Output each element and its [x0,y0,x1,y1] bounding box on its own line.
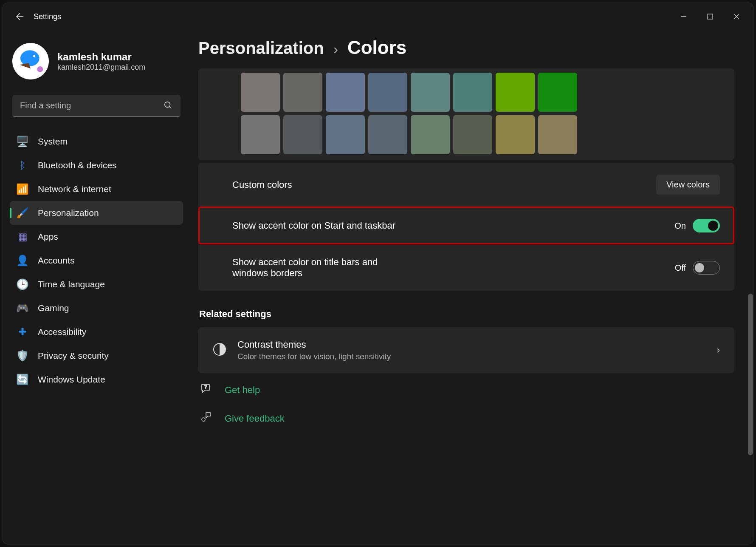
color-swatch[interactable] [453,115,492,154]
give-feedback-label: Give feedback [225,413,285,424]
settings-window: Settings kamlesh kumar kamlesh2011@gmail… [3,3,753,544]
svg-rect-1 [708,14,713,19]
sidebar-item-label: Privacy & security [38,351,109,361]
sidebar-item-label: Network & internet [38,184,111,194]
color-swatch[interactable] [368,73,407,112]
sidebar-item-accessibility[interactable]: ✚Accessibility [10,320,183,344]
contrast-sub: Color themes for low vision, light sensi… [237,352,391,361]
breadcrumb-parent[interactable]: Personalization [198,39,324,58]
related-settings-header: Related settings [199,309,734,320]
accessibility-icon: ✚ [17,326,28,338]
get-help-link[interactable]: ? Get help [198,378,734,402]
maximize-button[interactable] [697,6,723,27]
sidebar-item-system[interactable]: 🖥️System [10,130,183,153]
minimize-button[interactable] [671,6,697,27]
accent-titlebar-toggle[interactable] [693,261,720,275]
avatar [12,43,49,79]
contrast-themes-row[interactable]: Contrast themes Color themes for low vis… [198,327,734,373]
system-icon: 🖥️ [17,136,28,147]
sidebar-item-personalization[interactable]: 🖌️Personalization [10,201,183,225]
time-language-icon: 🕒 [17,278,28,290]
accent-start-state: On [674,221,686,231]
profile-block[interactable]: kamlesh kumar kamlesh2011@gmail.com [10,38,183,89]
accent-start-taskbar-row: Show accent color on Start and taskbar O… [198,207,734,244]
sidebar-item-bluetooth-devices[interactable]: ᛒBluetooth & devices [10,153,183,177]
sidebar-item-gaming[interactable]: 🎮Gaming [10,296,183,320]
vertical-scrollbar[interactable] [748,30,753,544]
give-feedback-link[interactable]: Give feedback [198,407,734,430]
settings-panel: Custom colors View colors Show accent co… [198,163,734,291]
search-wrapper [12,95,181,117]
color-swatch[interactable] [411,73,450,112]
sidebar-item-label: Personalization [38,208,99,218]
view-colors-button[interactable]: View colors [656,175,720,195]
apps-icon: ▦ [17,231,28,243]
contrast-title: Contrast themes [237,339,391,350]
breadcrumb-current: Colors [347,37,406,58]
sidebar-item-apps[interactable]: ▦Apps [10,225,183,249]
network-internet-icon: 📶 [17,183,28,195]
personalization-icon: 🖌️ [17,207,28,219]
color-swatch[interactable] [283,73,322,112]
color-swatch[interactable] [496,73,535,112]
sidebar-item-label: Time & language [38,279,105,289]
svg-text:?: ? [204,384,207,389]
help-icon: ? [200,383,213,397]
sidebar-item-label: Windows Update [38,374,105,385]
sidebar-item-label: Accounts [38,255,74,266]
accent-titlebar-label: Show accent color on title bars and wind… [232,257,411,279]
sidebar-item-time-language[interactable]: 🕒Time & language [10,272,183,296]
svg-line-9 [169,107,172,109]
breadcrumb: Personalization › Colors [198,37,734,58]
sidebar-item-accounts[interactable]: 👤Accounts [10,249,183,272]
custom-colors-row: Custom colors View colors [198,163,734,207]
color-swatch[interactable] [241,115,280,154]
back-button[interactable] [6,11,32,22]
sidebar-item-label: Apps [38,232,58,242]
svg-point-7 [37,66,43,72]
sidebar: kamlesh kumar kamlesh2011@gmail.com 🖥️Sy… [3,30,190,544]
color-swatch[interactable] [538,115,577,154]
contrast-icon [212,342,227,359]
svg-point-6 [33,55,35,57]
sidebar-item-windows-update[interactable]: 🔄Windows Update [10,368,183,391]
sidebar-item-network-internet[interactable]: 📶Network & internet [10,177,183,201]
color-swatch[interactable] [368,115,407,154]
svg-point-5 [20,50,39,66]
color-swatch[interactable] [241,73,280,112]
feedback-icon [200,411,213,426]
search-input[interactable] [12,95,181,117]
bluetooth-devices-icon: ᛒ [17,159,28,171]
search-icon [164,101,173,112]
get-help-label: Get help [225,385,260,396]
custom-colors-label: Custom colors [232,179,292,190]
profile-name: kamlesh kumar [57,51,145,63]
privacy-security-icon: 🛡️ [17,350,28,362]
accent-titlebar-row: Show accent color on title bars and wind… [198,244,734,291]
accounts-icon: 👤 [17,255,28,266]
chevron-right-icon: › [333,41,338,57]
accent-start-toggle[interactable] [693,219,720,232]
close-button[interactable] [723,6,750,27]
accent-titlebar-state: Off [675,263,686,273]
color-swatch[interactable] [283,115,322,154]
color-swatch[interactable] [411,115,450,154]
color-swatch[interactable] [453,73,492,112]
app-title: Settings [34,12,61,21]
svg-point-8 [165,102,170,108]
color-swatch[interactable] [326,115,365,154]
profile-email: kamlesh2011@gmail.com [57,63,145,72]
color-swatch[interactable] [326,73,365,112]
color-swatch[interactable] [496,115,535,154]
sidebar-item-privacy-security[interactable]: 🛡️Privacy & security [10,344,183,368]
main-content: Personalization › Colors Custom colors V… [190,30,753,544]
svg-point-12 [202,418,205,421]
color-swatch-panel [198,68,734,160]
window-controls [671,6,750,27]
chevron-right-icon: › [717,345,720,356]
titlebar: Settings [3,3,753,30]
sidebar-item-label: Gaming [38,303,69,313]
sidebar-item-label: Bluetooth & devices [38,160,117,170]
accent-start-taskbar-label: Show accent color on Start and taskbar [232,220,395,231]
color-swatch[interactable] [538,73,577,112]
